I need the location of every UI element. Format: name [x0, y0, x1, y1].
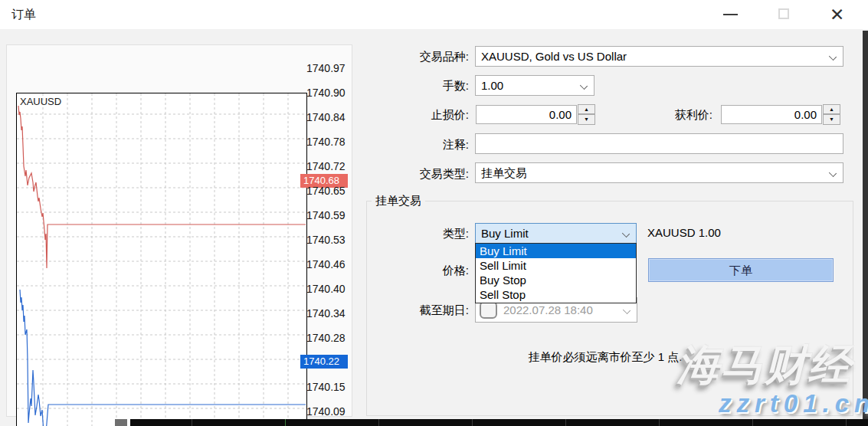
price-tick: 1740.34: [306, 306, 346, 320]
chevron-down-icon[interactable]: [580, 82, 588, 90]
symbol-combobox-value: XAUUSD, Gold vs US Dollar: [481, 50, 627, 63]
tick-chart-svg: [17, 93, 306, 426]
price-tick: 1740.97: [306, 61, 346, 75]
taskbar-tick: [565, 419, 566, 426]
taskbar-tick: [192, 419, 192, 426]
price-tick: 1740.53: [306, 233, 346, 247]
spin-down-icon[interactable]: ▼: [578, 114, 595, 125]
trade-type-combobox-value: 挂单交易: [481, 166, 527, 181]
price-tick: 1740.09: [306, 405, 346, 418]
expiry-value: 2022.07.28 18:40: [503, 303, 593, 316]
price-tick: 1740.46: [306, 257, 346, 271]
dropdown-option-buy-limit[interactable]: Buy Limit: [476, 244, 636, 258]
trade-type-combobox[interactable]: 挂单交易: [475, 162, 843, 183]
comment-input[interactable]: [475, 133, 843, 154]
order-type-dropdown[interactable]: Buy LimitSell LimitBuy StopSell Stop: [475, 243, 637, 303]
taskbar-tick: [659, 419, 660, 426]
spin-up-icon[interactable]: ▲: [578, 104, 595, 114]
close-icon[interactable]: ✕: [830, 3, 844, 26]
dropdown-option-sell-stop[interactable]: Sell Stop: [476, 287, 636, 302]
price-tick: 1740.15: [306, 380, 346, 394]
watermark-url: zzrt01.cn: [719, 389, 868, 418]
spin-up-icon[interactable]: ▲: [823, 104, 840, 114]
comment-label: 注释:: [362, 138, 469, 152]
background-right-edge: [863, 31, 868, 426]
price-tick: 1740.28: [306, 331, 346, 345]
order-type-label: 类型:: [362, 227, 469, 241]
chevron-down-icon[interactable]: [829, 169, 837, 177]
take-profit-label: 获利价:: [605, 108, 712, 122]
price-scale: 1740.68 1740.22 1740.971740.901740.84174…: [300, 44, 354, 417]
price-tick: 1740.59: [306, 208, 346, 222]
expiry-label: 截至期日:: [362, 303, 469, 317]
pending-order-group-title: 挂单交易: [372, 194, 425, 208]
title-bar: 订单 ✕: [0, 0, 868, 29]
expiry-checkbox[interactable]: [480, 301, 497, 319]
order-summary-text: XAUUSD 1.00: [647, 226, 721, 239]
chevron-down-icon[interactable]: [623, 306, 631, 314]
volume-label: 手数:: [362, 79, 469, 93]
symbol-label: 交易品种:: [362, 50, 469, 64]
price-tick: 1740.90: [306, 86, 346, 100]
price-tick: 1740.40: [306, 282, 346, 296]
bid-line: [20, 290, 306, 426]
price-tick: 1740.65: [306, 184, 346, 198]
chart-symbol-label: XAUUSD: [20, 96, 61, 107]
take-profit-spinedit[interactable]: 0.00 ▲ ▼: [720, 104, 840, 125]
symbol-combobox[interactable]: XAUUSD, Gold vs US Dollar: [475, 46, 843, 67]
chevron-down-icon[interactable]: [829, 53, 837, 61]
volume-combobox[interactable]: 1.00: [475, 75, 594, 96]
price-tick: 1740.78: [306, 135, 346, 149]
volume-combobox-value: 1.00: [481, 79, 503, 92]
chevron-down-icon[interactable]: [622, 230, 630, 238]
background-bottom-bar: [130, 419, 868, 426]
window-title: 订单: [11, 7, 36, 23]
stop-loss-value[interactable]: 0.00: [476, 105, 577, 124]
dropdown-option-sell-limit[interactable]: Sell Limit: [476, 258, 636, 273]
dropdown-option-buy-stop[interactable]: Buy Stop: [476, 273, 636, 287]
watermark-text: 海马财经: [677, 337, 852, 394]
stop-loss-spinedit[interactable]: 0.00 ▲ ▼: [475, 104, 595, 125]
spin-down-icon[interactable]: ▼: [823, 114, 840, 125]
background-taskbar-fragment: [115, 419, 127, 426]
price-label: 价格:: [362, 264, 469, 277]
bid-price-badge: 1740.22: [300, 355, 348, 369]
stop-loss-label: 止损价:: [362, 108, 469, 122]
taskbar-tick: [846, 419, 847, 426]
taskbar-tick: [285, 419, 286, 426]
trade-type-label: 交易类型:: [362, 167, 469, 181]
take-profit-value[interactable]: 0.00: [721, 105, 822, 124]
taskbar-tick: [752, 419, 753, 426]
maximize-icon: [778, 8, 789, 19]
tick-chart-plot: XAUUSD: [16, 93, 307, 426]
minimize-icon[interactable]: [723, 14, 738, 15]
chart-grid: [17, 93, 306, 426]
taskbar-tick: [378, 419, 379, 426]
order-type-combobox-value: Buy Limit: [481, 227, 529, 240]
price-tick: 1740.84: [306, 110, 346, 124]
taskbar-tick: [472, 419, 473, 426]
price-tick: 1740.72: [306, 159, 346, 173]
ask-line: [18, 106, 306, 268]
order-type-combobox[interactable]: Buy Limit: [475, 223, 637, 244]
place-order-button[interactable]: 下单: [648, 258, 834, 282]
